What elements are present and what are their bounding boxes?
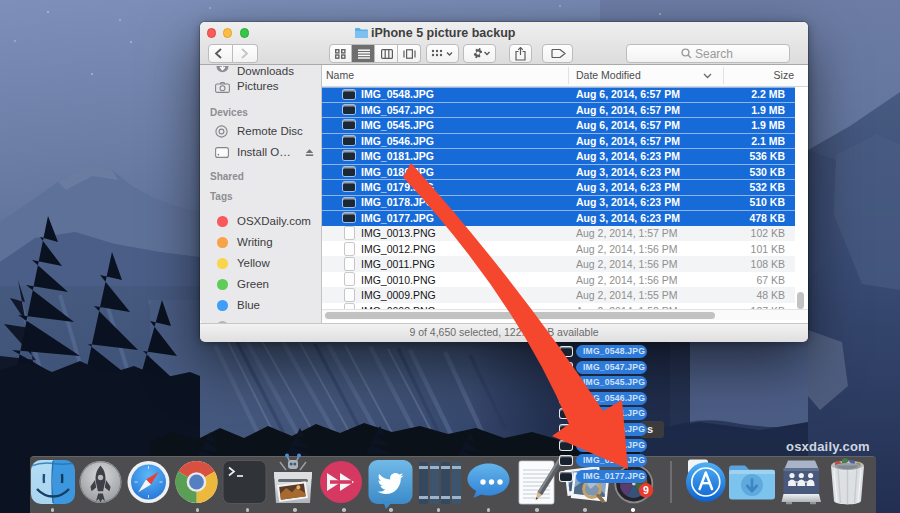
svg-text:9: 9 [643, 484, 649, 496]
